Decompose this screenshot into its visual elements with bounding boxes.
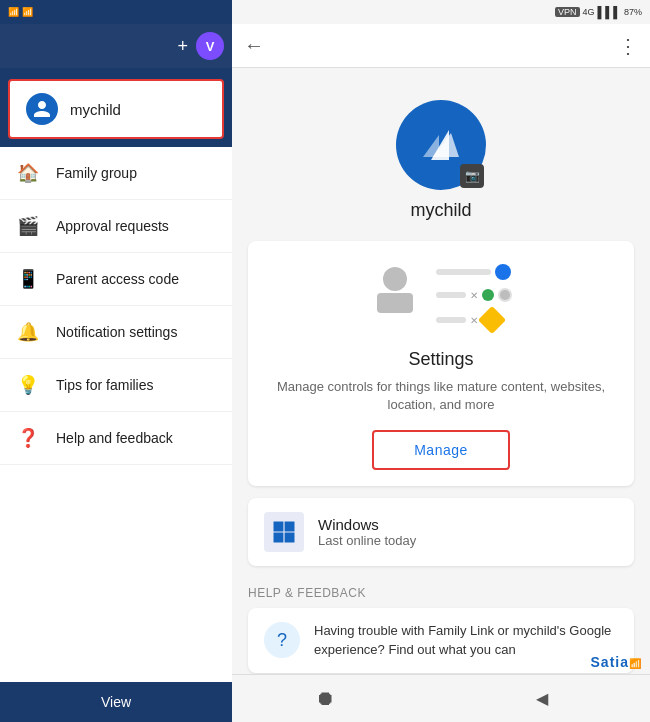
left-panel: + V @gmail.com ▾ mychild 🏠 Family group	[0, 0, 232, 722]
wifi-icon: 📶	[629, 658, 642, 669]
sidebar-item-label: Notification settings	[56, 324, 177, 340]
device-info: Windows Last online today	[318, 516, 416, 548]
battery: 87%	[624, 7, 642, 17]
help-card[interactable]: ? Having trouble with Family Link or myc…	[248, 608, 634, 672]
illus-head	[383, 267, 407, 291]
illus-bar-2: ✕	[436, 288, 512, 302]
back-nav-button[interactable]: ◀	[518, 675, 566, 723]
left-status-icons: 📶 📶	[8, 7, 33, 17]
profile-avatar: 📷	[396, 100, 486, 190]
profile-name: mychild	[410, 200, 471, 221]
settings-illustration: ✕ ✕	[264, 257, 618, 337]
tab-avatar[interactable]: V	[196, 32, 224, 60]
illus-line	[436, 269, 491, 275]
manage-button[interactable]: Manage	[372, 430, 510, 470]
right-toolbar: ← ⋮	[232, 24, 650, 68]
camera-badge: 📷	[460, 164, 484, 188]
settings-title: Settings	[264, 349, 618, 370]
tab-bar: + V	[0, 24, 232, 68]
sidebar-item-help-feedback[interactable]: ❓ Help and feedback	[0, 412, 232, 465]
illus-line	[436, 317, 466, 323]
x-icon: ✕	[470, 290, 478, 301]
sidebar-item-tips-for-families[interactable]: 💡 Tips for families	[0, 359, 232, 412]
help-section-header: Help & feedback	[248, 578, 634, 608]
gray-dot	[498, 288, 512, 302]
device-icon	[264, 512, 304, 552]
device-status: Last online today	[318, 533, 416, 548]
sidebar-item-family-group[interactable]: 🏠 Family group	[0, 147, 232, 200]
illus-controls: ✕ ✕	[436, 264, 512, 330]
active-user-avatar	[26, 93, 58, 125]
right-content: 📷 mychild	[232, 68, 650, 722]
approval-icon: 🎬	[16, 214, 40, 238]
green-dot	[482, 289, 494, 301]
illus-body	[377, 293, 413, 313]
help-question-icon: ?	[264, 622, 300, 658]
view-button[interactable]: View	[101, 694, 131, 710]
lightbulb-icon: 💡	[16, 373, 40, 397]
home-button[interactable]: ⏺	[301, 675, 349, 723]
menu-list: 🏠 Family group 🎬 Approval requests 📱 Par…	[0, 147, 232, 682]
x-icon-2: ✕	[470, 315, 478, 326]
settings-card: ✕ ✕ Settings Manage controls for things …	[248, 241, 634, 486]
profile-section: 📷 mychild	[248, 84, 634, 241]
illus-bar-1	[436, 264, 512, 280]
person-figure	[370, 267, 420, 327]
blue-dot	[495, 264, 511, 280]
view-button-container: View	[0, 682, 232, 722]
right-status-icons: VPN 4G ▌▌▌ 87%	[555, 6, 642, 18]
active-user-name: mychild	[70, 101, 121, 118]
new-tab-button[interactable]: +	[177, 36, 188, 57]
bell-icon: 🔔	[16, 320, 40, 344]
sidebar-item-label: Help and feedback	[56, 430, 173, 446]
illus-line	[436, 292, 466, 298]
sidebar-item-label: Approval requests	[56, 218, 169, 234]
svg-marker-2	[423, 135, 439, 157]
sidebar-item-label: Family group	[56, 165, 137, 181]
windows-icon	[270, 518, 298, 546]
status-bar-right: VPN 4G ▌▌▌ 87%	[232, 0, 650, 24]
signal-bars: ▌▌▌	[598, 6, 621, 18]
right-panel: ← ⋮ 📷 mychild	[232, 24, 650, 722]
help-icon: ❓	[16, 426, 40, 450]
device-name: Windows	[318, 516, 416, 533]
user-icon	[32, 99, 52, 119]
status-bar-left: 📶 📶	[0, 0, 232, 24]
settings-description: Manage controls for things like mature c…	[264, 378, 618, 414]
vpn-label: VPN	[555, 7, 580, 17]
family-group-icon: 🏠	[16, 161, 40, 185]
screen: 📶 📶 VPN 4G ▌▌▌ 87% + V @gmail.com ▾	[0, 0, 650, 722]
sidebar-item-label: Parent access code	[56, 271, 179, 287]
sidebar-item-label: Tips for families	[56, 377, 154, 393]
device-card[interactable]: Windows Last online today	[248, 498, 634, 566]
sidebar-item-parent-access-code[interactable]: 📱 Parent access code	[0, 253, 232, 306]
signal-4g: 4G	[583, 7, 595, 17]
sidebar-item-notification-settings[interactable]: 🔔 Notification settings	[0, 306, 232, 359]
help-text: Having trouble with Family Link or mychi…	[314, 622, 618, 658]
phone-icon: 📱	[16, 267, 40, 291]
diamond-icon	[478, 306, 506, 334]
active-user-row[interactable]: mychild	[8, 79, 224, 139]
illus-bar-3: ✕	[436, 310, 512, 330]
more-options-button[interactable]: ⋮	[618, 34, 638, 58]
sidebar-item-approval-requests[interactable]: 🎬 Approval requests	[0, 200, 232, 253]
back-button[interactable]: ←	[244, 34, 264, 57]
satia-watermark: Satia📶	[591, 654, 642, 670]
